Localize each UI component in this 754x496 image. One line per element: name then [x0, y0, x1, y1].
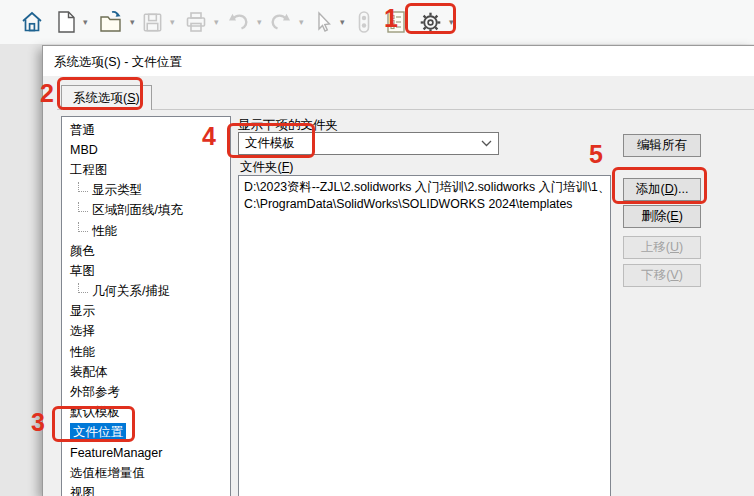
tree-item[interactable]: 显示 [62, 302, 230, 322]
tree-item[interactable]: 选值框增量值 [62, 463, 230, 483]
tree-connector [78, 283, 88, 293]
save-icon [141, 11, 164, 34]
home-icon [20, 10, 44, 34]
tab-page-border [57, 109, 754, 110]
delete-button[interactable]: 删除(E) [623, 205, 701, 228]
select-arrow-icon [310, 10, 334, 34]
new-document-icon [55, 10, 77, 34]
tree-connector [78, 182, 88, 192]
tree-item[interactable]: 选择 [62, 322, 230, 342]
rebuild-icon [354, 9, 374, 35]
tree-item[interactable]: 颜色 [62, 241, 230, 261]
home-button[interactable] [20, 0, 44, 44]
options-dropdown-icon[interactable]: ▾ [449, 18, 454, 27]
open-button[interactable]: ▾ [98, 0, 135, 44]
options-tree: 普通MBD工程图显示类型区域剖面线/填充性能颜色草图几何关系/捕捉显示选择性能装… [61, 116, 231, 496]
redo-button-disabled: ▾ [268, 0, 304, 44]
select-dropdown-icon[interactable]: ▾ [340, 18, 345, 27]
edit-all-button[interactable]: 编辑所有 [623, 134, 701, 157]
tree-item[interactable]: 普通 [62, 120, 230, 140]
add-button[interactable]: 添加(D)... [623, 178, 701, 201]
open-icon [98, 10, 124, 34]
tree-item[interactable]: FeatureManager [62, 443, 230, 463]
options-button[interactable]: ▾ [418, 0, 454, 44]
combobox-value: 文件模板 [245, 135, 295, 152]
tree-item[interactable]: 性能 [62, 221, 230, 241]
tree-item[interactable]: 几何关系/捕捉 [62, 282, 230, 302]
undo-dropdown-icon: ▾ [257, 18, 262, 27]
tree-item[interactable]: 性能 [62, 342, 230, 362]
tree-item[interactable]: MBD [62, 140, 230, 160]
new-document-button[interactable]: ▾ [55, 0, 88, 44]
undo-button-disabled: ▾ [226, 0, 262, 44]
folder-path-item[interactable]: C:\ProgramData\SolidWorks\SOLIDWORKS 202… [244, 196, 610, 213]
tree-connector [78, 222, 88, 232]
folder-path-item[interactable]: D:\2023资料--ZJL\2.solidworks 入门培训\2.solid… [244, 179, 610, 196]
print-button-disabled: ▾ [184, 0, 219, 44]
tree-item[interactable]: 工程图 [62, 160, 230, 180]
solidworks-window: ▾ ▾ ▾ [0, 0, 754, 496]
tree-item[interactable]: 区域剖面线/填充 [62, 201, 230, 221]
tree-item[interactable]: 视图 [62, 483, 230, 496]
new-document-dropdown-icon[interactable]: ▾ [83, 18, 88, 27]
tree-item-selected[interactable]: 文件位置 [62, 423, 230, 443]
system-options-dialog: 系统选项(S) - 文件位置 系统选项(S) 普通MBD工程图显示类型区域剖面线… [42, 45, 754, 496]
print-dropdown-icon: ▾ [214, 18, 219, 27]
main-toolbar: ▾ ▾ ▾ [0, 0, 754, 44]
file-properties-icon [384, 9, 408, 35]
select-button[interactable]: ▾ [310, 0, 345, 44]
dialog-title: 系统选项(S) - 文件位置 [54, 54, 182, 71]
redo-dropdown-icon: ▾ [299, 18, 304, 27]
tree-item[interactable]: 外部参考 [62, 382, 230, 402]
save-dropdown-icon: ▾ [170, 18, 175, 27]
tree-item[interactable]: 草图 [62, 261, 230, 281]
dropdown-arrow-icon[interactable] [481, 140, 492, 147]
tree-item[interactable]: 装配体 [62, 362, 230, 382]
options-gear-icon [418, 10, 443, 35]
redo-icon [268, 10, 293, 34]
file-properties-button[interactable] [384, 0, 408, 44]
tree-item[interactable]: 显示类型 [62, 181, 230, 201]
folders-label: 文件夹(F) [240, 159, 293, 176]
print-icon [184, 10, 208, 34]
tree-item[interactable]: 默认模板 [62, 403, 230, 423]
move-up-button: 上移(U) [623, 236, 701, 259]
dialog-titlebar[interactable]: 系统选项(S) - 文件位置 [43, 46, 754, 76]
tree-connector [78, 202, 88, 212]
undo-icon [226, 10, 251, 34]
rebuild-button-disabled [354, 0, 374, 44]
folder-category-combobox[interactable]: 文件模板 [238, 132, 499, 155]
folder-list: D:\2023资料--ZJL\2.solidworks 入门培训\2.solid… [238, 175, 611, 496]
tab-system-options[interactable]: 系统选项(S) [61, 85, 152, 110]
save-button-disabled: ▾ [141, 0, 175, 44]
move-down-button: 下移(V) [623, 264, 701, 287]
open-dropdown-icon[interactable]: ▾ [130, 18, 135, 27]
tab-label: 系统选项(S) [73, 90, 140, 107]
